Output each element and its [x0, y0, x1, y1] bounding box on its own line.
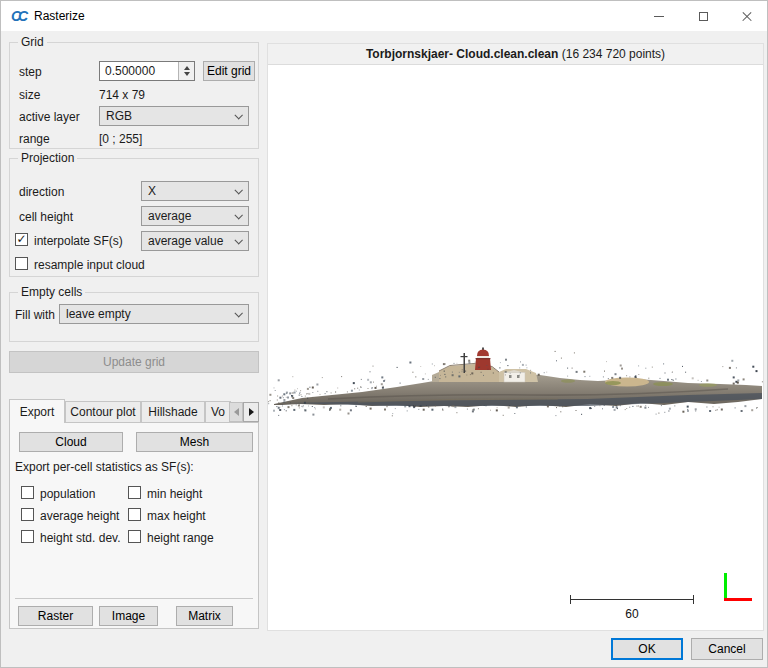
range-value: [0 ; 255] [99, 132, 142, 146]
fill-with-select[interactable]: leave empty [59, 304, 249, 324]
projection-group-label: Projection [18, 151, 77, 165]
cell-height-select[interactable]: average [141, 206, 249, 226]
tab-hillshade[interactable]: Hillshade [141, 401, 205, 422]
cancel-button[interactable]: Cancel [691, 638, 763, 660]
direction-label: direction [19, 185, 64, 199]
size-value: 714 x 79 [99, 88, 145, 102]
range-label: range [19, 132, 50, 146]
minimize-button[interactable] [636, 1, 681, 31]
interpolate-sf-select[interactable]: average value [141, 231, 249, 251]
chevron-down-icon [234, 236, 242, 244]
white-house [504, 373, 525, 383]
spin-up-icon[interactable] [184, 66, 190, 70]
tab-scroll-right-button[interactable] [243, 402, 259, 422]
image-button[interactable]: Image [99, 606, 158, 626]
spin-down-icon[interactable] [184, 72, 190, 76]
tab-export[interactable]: Export [9, 399, 65, 423]
average-height-label: average height [40, 509, 119, 523]
height-range-checkbox[interactable] [128, 530, 141, 543]
fill-with-label: Fill with [15, 308, 55, 322]
scale-bar: 60 [570, 595, 694, 621]
step-label: step [19, 65, 42, 79]
fill-with-value: leave empty [66, 307, 131, 321]
average-height-checkbox[interactable] [21, 508, 34, 521]
empty-cells-group-label: Empty cells [18, 285, 85, 299]
viewport: Torbjornskjaer- Cloud.clean.clean (16 23… [267, 43, 764, 631]
interpolate-sf-checkbox[interactable]: ✓ [15, 233, 28, 246]
height-std-dev-checkbox[interactable] [21, 530, 34, 543]
active-layer-select[interactable]: RGB [99, 106, 249, 126]
cloud-name: Torbjornskjaer- Cloud.clean.clean [366, 47, 559, 61]
axis-indicator [721, 573, 755, 605]
lighthouse-tower [475, 348, 491, 371]
maximize-icon [699, 12, 708, 21]
viewport-title: Torbjornskjaer- Cloud.clean.clean (16 23… [268, 44, 763, 65]
step-value: 0.500000 [105, 64, 155, 78]
interpolate-sf-value: average value [148, 234, 223, 248]
export-mesh-button[interactable]: Mesh [136, 432, 253, 452]
point-cloud-canvas[interactable]: 60 [268, 65, 763, 630]
active-layer-value: RGB [106, 109, 132, 123]
minimize-icon [654, 16, 664, 17]
scroll-right-icon [249, 408, 254, 416]
axis-x-red [724, 598, 752, 601]
chevron-down-icon [234, 186, 242, 194]
tab-volume[interactable]: Vo [205, 401, 231, 422]
max-height-checkbox[interactable] [128, 508, 141, 521]
export-cloud-button[interactable]: Cloud [19, 432, 123, 452]
edit-grid-button[interactable]: Edit grid [203, 61, 255, 81]
active-layer-label: active layer [19, 110, 80, 124]
stats-label: Export per-cell statistics as SF(s): [15, 460, 194, 474]
close-icon [741, 10, 753, 22]
size-label: size [19, 88, 40, 102]
chevron-down-icon [234, 309, 242, 317]
rasterize-dialog: CC Rasterize Grid step 0.500000 Edit gri… [0, 0, 768, 668]
scale-bar-value: 60 [570, 607, 694, 621]
step-spinner[interactable] [178, 62, 194, 80]
chevron-down-icon [234, 111, 242, 119]
resample-checkbox[interactable] [15, 257, 28, 270]
ok-button[interactable]: OK [611, 638, 683, 660]
point-count: (16 234 720 points) [558, 47, 665, 61]
resample-label: resample input cloud [34, 258, 145, 272]
direction-select[interactable]: X [141, 181, 249, 201]
population-label: population [40, 487, 95, 501]
divider [15, 598, 253, 599]
update-grid-button[interactable]: Update grid [9, 351, 259, 373]
scale-bar-line [570, 599, 694, 600]
step-input[interactable]: 0.500000 [99, 61, 195, 81]
chevron-down-icon [234, 211, 242, 219]
maximize-button[interactable] [681, 1, 726, 31]
window-title: Rasterize [34, 9, 85, 23]
raster-button[interactable]: Raster [18, 606, 93, 626]
direction-value: X [148, 184, 156, 198]
matrix-button[interactable]: Matrix [176, 606, 233, 626]
axis-y-green [724, 573, 727, 600]
height-std-dev-label: height std. dev. [40, 531, 121, 545]
height-range-label: height range [147, 531, 214, 545]
tab-scroll-left-button[interactable] [229, 402, 243, 422]
scroll-left-icon [234, 408, 239, 416]
cloudcompare-icon: CC [11, 8, 29, 24]
min-height-label: min height [147, 487, 202, 501]
max-height-label: max height [147, 509, 206, 523]
cell-height-label: cell height [19, 210, 73, 224]
grid-group-label: Grid [18, 35, 47, 49]
min-height-checkbox[interactable] [128, 486, 141, 499]
point-cloud-render [268, 65, 763, 630]
tab-contour-plot[interactable]: Contour plot [65, 401, 141, 422]
titlebar[interactable]: CC Rasterize [1, 1, 768, 31]
population-checkbox[interactable] [21, 486, 34, 499]
interpolate-sf-label: interpolate SF(s) [34, 234, 123, 248]
close-button[interactable] [724, 1, 768, 31]
cell-height-value: average [148, 209, 191, 223]
